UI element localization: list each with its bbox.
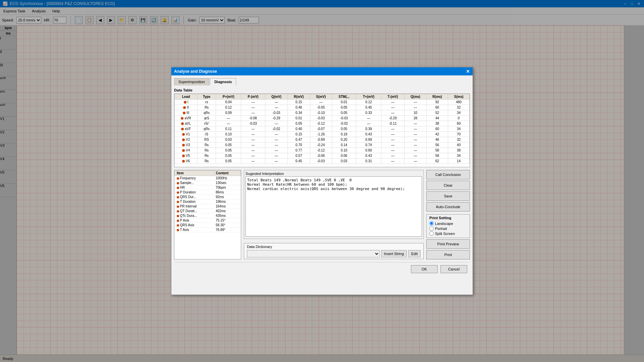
cell-tp: 0.31 bbox=[356, 159, 381, 164]
cell-q: -0.02 bbox=[265, 126, 287, 132]
cell-r: 0.46 bbox=[288, 105, 310, 110]
cell-lead: II bbox=[175, 105, 198, 110]
cell-s: — bbox=[310, 100, 332, 105]
table-row: V3 Rs 0.05 — — 0.70 -0.24 0.14 0.74 — — … bbox=[175, 142, 470, 148]
cell-r: 0.15 bbox=[288, 132, 310, 137]
item-name: Sample... bbox=[175, 181, 214, 185]
cancel-button[interactable]: Cancel bbox=[440, 265, 467, 273]
cell-r: 0.70 bbox=[288, 142, 310, 148]
cell-lead: I bbox=[175, 100, 198, 105]
item-name: HR bbox=[175, 185, 214, 190]
radio-portrait: Portrait bbox=[429, 226, 467, 231]
col-lead: Lead bbox=[175, 94, 198, 100]
cell-tp: 0.43 bbox=[356, 153, 381, 159]
item-name: QT Durati... bbox=[175, 209, 214, 214]
cell-type: Rs bbox=[198, 159, 216, 164]
cell-type: rSr' bbox=[198, 121, 216, 126]
dict-select[interactable] bbox=[247, 250, 380, 257]
radio-landscape-input[interactable] bbox=[429, 221, 434, 226]
call-conclusion-button[interactable]: Call Conclusion bbox=[426, 170, 470, 179]
save-button[interactable]: Save bbox=[426, 191, 470, 201]
item-list-table: Item Content Frequency 1000Hz Sample... … bbox=[174, 170, 241, 232]
cell-pp: 0.10 bbox=[216, 132, 241, 137]
cell-sms: 14 bbox=[448, 159, 470, 164]
col-r: R(mV) bbox=[288, 94, 310, 100]
cell-pm: — bbox=[241, 110, 265, 116]
radio-split-screen-input[interactable] bbox=[429, 231, 434, 236]
cell-sms: 60 bbox=[448, 121, 470, 126]
cell-qms: 28 bbox=[405, 116, 427, 121]
cell-type: rS bbox=[198, 132, 216, 137]
data-dictionary-section: Data Dictionary Insert String Edit bbox=[244, 243, 424, 259]
item-content: 435ms bbox=[214, 214, 241, 218]
cell-pm: -0.03 bbox=[241, 121, 265, 126]
cell-pm: — bbox=[241, 105, 265, 110]
cell-type: Rs bbox=[198, 142, 216, 148]
col-tm: T-(mV) bbox=[381, 94, 404, 100]
cell-pm: -0.08 bbox=[241, 116, 265, 121]
cell-type: qrS bbox=[198, 116, 216, 121]
radio-portrait-label: Portrait bbox=[435, 227, 447, 231]
cell-rms: 60 bbox=[426, 126, 448, 132]
auto-conclude-button[interactable]: Auto-Conclude bbox=[426, 202, 470, 212]
list-item: Frequency 1000Hz bbox=[175, 176, 241, 181]
cell-s: -0.10 bbox=[310, 110, 332, 116]
print-preview-button[interactable]: Print Preview bbox=[426, 239, 470, 249]
cell-tm: — bbox=[381, 132, 404, 137]
cell-pm: — bbox=[241, 142, 265, 148]
cell-tm: -0.11 bbox=[381, 121, 404, 126]
cell-qms: — bbox=[405, 126, 427, 132]
radio-portrait-input[interactable] bbox=[429, 226, 434, 231]
print-button[interactable]: Print bbox=[426, 250, 470, 259]
tab-diagnosis[interactable]: Diagnosis bbox=[210, 78, 236, 85]
cell-stm: 0.01 bbox=[332, 100, 356, 105]
item-content: 76.89° bbox=[214, 228, 241, 232]
table-row: III qRs 0.09 — -0.03 0.34 -0.10 0.05 0.3… bbox=[175, 110, 470, 116]
cell-tm: — bbox=[381, 148, 404, 153]
tab-superimposition[interactable]: Superimposition bbox=[174, 78, 209, 85]
list-item: QT Durati... 402ms bbox=[175, 209, 241, 214]
cell-s: -0.07 bbox=[310, 126, 332, 132]
ok-button[interactable]: OK bbox=[411, 265, 438, 273]
cell-tp: 0.12 bbox=[356, 100, 381, 105]
item-content: 402ms bbox=[214, 209, 241, 214]
list-item: QRS Axis 58.30° bbox=[175, 223, 241, 228]
list-item: Sample... 130sec bbox=[175, 181, 241, 185]
col-stm: STM(... bbox=[332, 94, 356, 100]
cell-rms: 62 bbox=[426, 159, 448, 164]
list-item: P Duration 86ms bbox=[175, 190, 241, 195]
table-row: V6 Rs 0.05 — — 0.45 -0.03 0.03 0.31 — — … bbox=[175, 159, 470, 164]
cell-tp: — bbox=[356, 116, 381, 121]
cell-sms: 34 bbox=[448, 153, 470, 159]
insert-string-button[interactable]: Insert String bbox=[381, 250, 407, 257]
cell-rms: 52 bbox=[426, 110, 448, 116]
cell-s: -0.12 bbox=[310, 121, 332, 126]
cell-qms: — bbox=[405, 159, 427, 164]
cell-q: — bbox=[265, 132, 287, 137]
cell-pm: — bbox=[241, 148, 265, 153]
interp-label: Sugested Interpretation bbox=[246, 172, 422, 176]
edit-button[interactable]: Edit bbox=[408, 250, 421, 257]
cell-r: 0.05 bbox=[288, 121, 310, 126]
cell-s: -1.26 bbox=[310, 132, 332, 137]
cell-pm: — bbox=[241, 132, 265, 137]
cell-sms: 40 bbox=[448, 142, 470, 148]
cell-stm: -0.03 bbox=[332, 116, 356, 121]
cell-q: — bbox=[265, 105, 287, 110]
interpretation-textarea[interactable] bbox=[246, 176, 422, 237]
item-name: PR Interval bbox=[175, 204, 214, 209]
item-name: QRS Axis bbox=[175, 223, 214, 228]
cell-sms: 32 bbox=[448, 137, 470, 142]
cell-rms: 60 bbox=[426, 105, 448, 110]
table-row: V2 RS 0.03 — — 0.47 -0.89 0.20 0.69 — — … bbox=[175, 137, 470, 142]
dialog-title: Analyse and Diagnose bbox=[174, 69, 217, 74]
col-qms: Q(ms) bbox=[405, 94, 427, 100]
cell-lead: V3 bbox=[175, 142, 198, 148]
cell-stm: 0.06 bbox=[332, 153, 356, 159]
cell-sms: 480 bbox=[448, 100, 470, 105]
cell-tp: 0.45 bbox=[356, 105, 381, 110]
cell-stm: -0.02 bbox=[332, 121, 356, 126]
clear-button[interactable]: Clear bbox=[426, 181, 470, 190]
dialog-close-button[interactable]: ✕ bbox=[466, 69, 470, 74]
cell-s: -0.03 bbox=[310, 116, 332, 121]
